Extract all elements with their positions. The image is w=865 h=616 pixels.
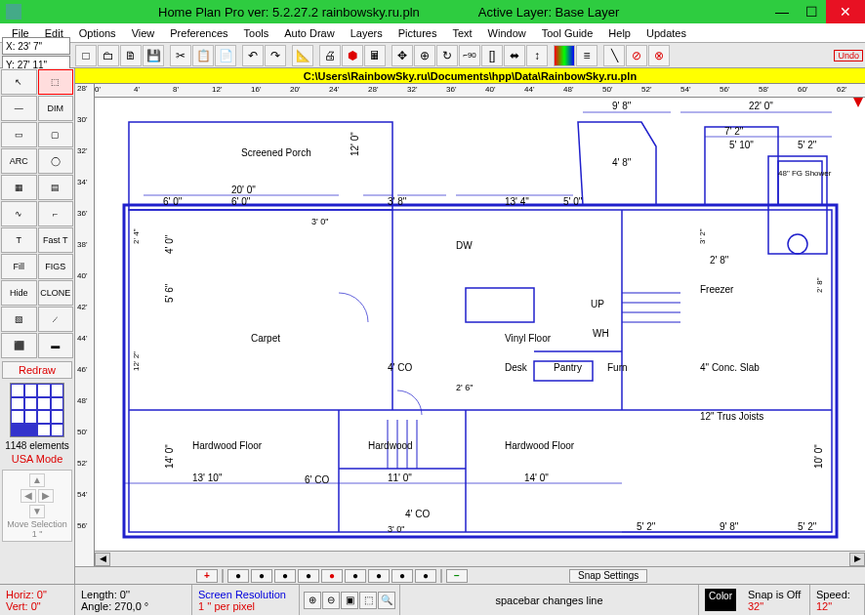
tool-5[interactable]: ▢	[38, 122, 74, 147]
scroll-left[interactable]: ◀	[95, 553, 110, 566]
snap-1[interactable]: ●	[227, 569, 249, 583]
dim: 22' 0"	[749, 101, 773, 111]
grid-preview[interactable]	[10, 383, 64, 437]
snap-3[interactable]: ●	[274, 569, 296, 583]
dim: 14' 0"	[164, 444, 175, 469]
minimize-button[interactable]: —	[767, 2, 797, 21]
move-selection[interactable]: ▲ ◀▶ ▼ Move Selection 1 "	[2, 470, 72, 542]
tool-2[interactable]: —	[1, 96, 37, 121]
tool-8[interactable]: ▦	[1, 175, 37, 200]
tool-4[interactable]: ▭	[1, 122, 37, 147]
nav-up[interactable]: ▲	[29, 473, 45, 487]
menu-bar: File Edit Options View Preferences Tools…	[0, 23, 865, 43]
tb-redo[interactable]: ↷	[265, 45, 286, 66]
tb-paste[interactable]: 📄	[215, 45, 236, 66]
zoom-rect[interactable]: ⬚	[359, 592, 377, 609]
snap-7[interactable]: ●	[368, 569, 390, 583]
menu-layers[interactable]: Layers	[343, 25, 391, 41]
snap-6[interactable]: ●	[345, 569, 366, 583]
tb-fliph[interactable]: ⬌	[504, 45, 525, 66]
menu-toolguide[interactable]: Tool Guide	[534, 25, 601, 41]
menu-view[interactable]: View	[124, 25, 163, 41]
tb-undo[interactable]: ↶	[242, 45, 264, 66]
tool-13[interactable]: Fast T	[38, 227, 74, 253]
snap-plus[interactable]: +	[196, 569, 218, 583]
zoom-1[interactable]: 🔍	[378, 592, 395, 609]
tool-16[interactable]: Hide	[1, 280, 37, 306]
tb-calc[interactable]: 🖩	[364, 45, 386, 66]
ruler-marker-top	[853, 98, 863, 107]
tool-9[interactable]: ▤	[38, 175, 74, 200]
snap-4[interactable]: ●	[298, 569, 319, 583]
snap-2[interactable]: ●	[251, 569, 272, 583]
tb-print[interactable]: 🖨	[319, 45, 341, 66]
tb-line[interactable]: ╲	[603, 45, 625, 66]
tool-21[interactable]: ▬	[38, 333, 74, 358]
maximize-button[interactable]: ☐	[797, 2, 826, 21]
menu-window[interactable]: Window	[480, 25, 534, 41]
tool-18[interactable]: ▧	[1, 307, 37, 332]
tb-open[interactable]: 🗀	[98, 45, 119, 66]
h-scrollbar[interactable]: ◀ ▶	[95, 551, 865, 566]
tb-nogrid[interactable]: ⊗	[648, 45, 670, 66]
menu-autodraw[interactable]: Auto Draw	[276, 25, 342, 41]
tb-new[interactable]: □	[75, 45, 97, 66]
tool-12[interactable]: T	[1, 227, 37, 253]
tb-save[interactable]: 💾	[143, 45, 164, 66]
dim: 3' 0"	[311, 217, 328, 226]
zoom-full[interactable]: ▣	[341, 592, 358, 609]
tool-3[interactable]: DIM	[38, 96, 74, 121]
nav-down[interactable]: ▼	[29, 505, 45, 518]
tool-7[interactable]: ◯	[38, 148, 74, 174]
tb-hex[interactable]: ⬢	[342, 45, 363, 66]
menu-updates[interactable]: Updates	[638, 25, 694, 41]
tool-6[interactable]: ARC	[1, 148, 37, 174]
tool-17[interactable]: CLONE	[38, 280, 74, 306]
tb-doc[interactable]: 🗎	[120, 45, 142, 66]
nav-right[interactable]: ▶	[38, 489, 54, 503]
menu-text[interactable]: Text	[444, 25, 479, 41]
tb-rows[interactable]: ≡	[576, 45, 597, 66]
tb-nosnap[interactable]: ⊘	[626, 45, 647, 66]
menu-preferences[interactable]: Preferences	[162, 25, 235, 41]
horizontal-ruler: 0'4'8'12'16'20'24'28'32'36'40'44'48'50'5…	[95, 84, 865, 98]
tb-cut[interactable]: ✂	[170, 45, 191, 66]
snap-minus[interactable]: −	[446, 569, 468, 583]
snap-9[interactable]: ●	[415, 569, 436, 583]
tool-19[interactable]: ⟋	[38, 307, 74, 332]
tool-20[interactable]: ⬛	[1, 333, 37, 358]
tool-0[interactable]: ↖	[1, 69, 37, 95]
redraw-button[interactable]: Redraw	[2, 361, 72, 379]
tool-15[interactable]: FIGS	[38, 254, 74, 279]
tool-11[interactable]: ⌐	[38, 201, 74, 226]
tool-1[interactable]: ⬚	[38, 69, 74, 95]
drawing-canvas[interactable]: Screened Porch Carpet Vinyl Floor Desk P…	[95, 98, 865, 551]
tb-cols[interactable]: |||	[554, 45, 575, 66]
scroll-right[interactable]: ▶	[849, 553, 865, 566]
tb-snap[interactable]: []	[481, 45, 503, 66]
zoom-out[interactable]: ⊖	[322, 592, 340, 609]
close-button[interactable]: ✕	[826, 0, 865, 23]
tb-flipv[interactable]: ↕	[526, 45, 548, 66]
nav-left[interactable]: ◀	[21, 489, 36, 503]
tb-center[interactable]: ⊕	[414, 45, 435, 66]
snap-8[interactable]: ●	[391, 569, 413, 583]
tb-pan[interactable]: ✥	[391, 45, 413, 66]
menu-tools[interactable]: Tools	[236, 25, 277, 41]
zoom-in[interactable]: ⊕	[304, 592, 321, 609]
menu-help[interactable]: Help	[600, 25, 638, 41]
tool-10[interactable]: ∿	[1, 201, 37, 226]
dim: 3' 0"	[388, 524, 404, 534]
tb-rot90[interactable]: ⌐90	[459, 45, 480, 66]
menu-options[interactable]: Options	[71, 25, 124, 41]
tb-dim[interactable]: 📐	[292, 45, 313, 66]
tb-rot[interactable]: ↻	[436, 45, 458, 66]
snap-settings-button[interactable]: Snap Settings	[569, 569, 647, 583]
app-icon	[6, 4, 21, 20]
tb-copy[interactable]: 📋	[192, 45, 214, 66]
tool-14[interactable]: Fill	[1, 254, 37, 279]
menu-pictures[interactable]: Pictures	[391, 25, 445, 41]
snap-5[interactable]: ●	[321, 569, 343, 583]
color-button[interactable]: Color	[705, 589, 736, 611]
undo-indicator[interactable]: Undo	[834, 50, 863, 62]
